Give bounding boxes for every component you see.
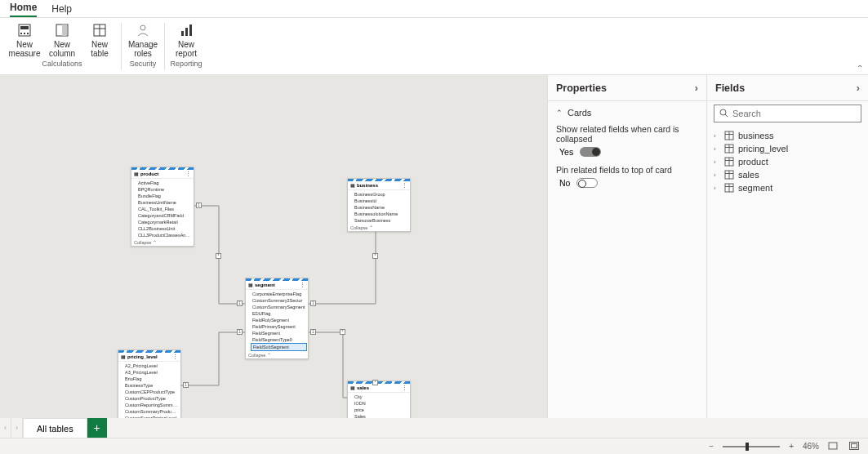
- status-bar: − + 46%: [0, 438, 868, 454]
- field-item[interactable]: BundleFlag: [138, 193, 191, 199]
- table-icon: [92, 21, 107, 39]
- zoom-slider[interactable]: [723, 446, 780, 447]
- tab-nav-prev[interactable]: ‹: [0, 418, 11, 438]
- collapse-pane-icon[interactable]: ›: [857, 82, 860, 94]
- chevron-right-icon: ›: [714, 185, 720, 192]
- pin-related-value: No: [559, 178, 570, 188]
- field-item[interactable]: CustomSummarySegment: [252, 304, 305, 310]
- zoom-in-button[interactable]: +: [786, 442, 796, 451]
- pin-related-toggle[interactable]: [576, 178, 598, 188]
- show-related-toggle[interactable]: [580, 147, 601, 157]
- table-icon: [724, 157, 734, 167]
- fullscreen-button[interactable]: [847, 442, 861, 452]
- field-item[interactable]: CAL_Toolkit_Files: [138, 206, 191, 212]
- field-item[interactable]: A2_PricingLevel: [125, 363, 178, 369]
- model-canvas[interactable]: ▦ product ⋮ ActiveFlag BPQRuntime Bundle…: [0, 75, 547, 418]
- field-item[interactable]: CustomSummary2Sector: [252, 297, 305, 304]
- table-card-segment[interactable]: ▦ segment ⋮ CorporateEnterpriseFlag Cust…: [245, 278, 309, 359]
- table-name: pricing_level: [127, 354, 171, 359]
- card-more-icon[interactable]: ⋮: [172, 354, 178, 360]
- field-item[interactable]: CustomCEPProductType: [125, 389, 178, 395]
- field-item[interactable]: CustomReportingSummaryPurc...: [125, 402, 178, 408]
- fields-table-pricing-level[interactable]: › pricing_level: [712, 142, 863, 155]
- field-item[interactable]: CategoryandCRMField: [138, 212, 191, 219]
- table-icon: ▦: [248, 283, 253, 287]
- field-item[interactable]: CLL3ProductClassesAndServices: [138, 232, 191, 238]
- svg-point-14: [720, 109, 726, 115]
- field-item[interactable]: BusinessGroup: [354, 191, 407, 198]
- table-icon: ▦: [350, 183, 355, 188]
- field-item[interactable]: ActiveFlag: [138, 180, 191, 186]
- collapse-card-button[interactable]: Collapse: [348, 225, 410, 231]
- tab-home[interactable]: Home: [10, 2, 37, 17]
- new-column-button[interactable]: New column: [46, 20, 78, 58]
- ribbon-collapse-button[interactable]: ⌃: [857, 64, 863, 73]
- table-card-business[interactable]: ▦ business ⋮ BusinessGroup BusinessId Bu…: [347, 178, 411, 232]
- svg-rect-12: [185, 28, 188, 36]
- card-more-icon[interactable]: ⋮: [185, 171, 191, 177]
- fields-table-sales[interactable]: › sales: [712, 168, 863, 181]
- card-more-icon[interactable]: ⋮: [300, 282, 305, 288]
- tab-nav-next[interactable]: ›: [11, 418, 23, 438]
- field-item[interactable]: BrioFlag: [125, 376, 178, 382]
- fields-search-input[interactable]: [732, 109, 856, 118]
- field-item[interactable]: Sales: [354, 413, 407, 418]
- collapse-pane-icon[interactable]: ›: [695, 82, 698, 94]
- fields-table-label: business: [738, 131, 773, 140]
- field-item[interactable]: CustomSuperPricingLevel: [125, 415, 178, 418]
- menu-tabs: Home Help: [0, 0, 868, 18]
- cardinality-marker: 1: [310, 300, 316, 306]
- table-card-sales[interactable]: ▦ sales ⋮ City IODN price Sales time Col…: [347, 381, 411, 418]
- field-item[interactable]: CustomSummaryProductType: [125, 408, 178, 415]
- field-item[interactable]: FieldRolySegment: [252, 317, 305, 323]
- fields-table-list: › business › pricing_level › product › s…: [707, 126, 868, 198]
- field-item[interactable]: FieldPrimarySegment: [252, 323, 305, 330]
- fields-search-box[interactable]: [714, 105, 861, 122]
- field-item[interactable]: BusinessType: [125, 382, 178, 389]
- collapse-card-button[interactable]: Collapse: [246, 352, 308, 358]
- field-item[interactable]: CategorymarkRetail: [138, 219, 191, 225]
- new-table-button[interactable]: New table: [83, 20, 116, 58]
- fit-to-page-button[interactable]: [826, 442, 840, 452]
- table-icon: ▦: [134, 171, 139, 176]
- field-item[interactable]: CLL2BusinessUnit: [138, 225, 191, 232]
- field-item[interactable]: BPQRuntime: [138, 186, 191, 193]
- fields-table-product[interactable]: › product: [712, 155, 863, 168]
- field-item[interactable]: BusinessolutionName: [354, 211, 407, 217]
- field-item[interactable]: BusinessName: [354, 204, 407, 211]
- field-item[interactable]: City: [354, 394, 407, 400]
- field-item[interactable]: EDUFlag: [252, 310, 305, 317]
- diagram-tab-all-tables[interactable]: All tables: [23, 418, 87, 438]
- table-card-pricing-level[interactable]: ▦ pricing_level ⋮ A2_PricingLevel A3_Pri…: [118, 349, 181, 418]
- new-measure-button[interactable]: New measure: [8, 20, 41, 58]
- field-list: A2_PricingLevel A3_PricingLevel BrioFlag…: [118, 362, 180, 418]
- fields-table-segment[interactable]: › segment: [712, 181, 863, 194]
- field-item[interactable]: CustomProductType: [125, 395, 178, 402]
- field-item[interactable]: A3_PricingLevel: [125, 369, 178, 376]
- new-report-button[interactable]: New report: [170, 20, 203, 58]
- field-item[interactable]: SamovarBusiness: [354, 217, 407, 224]
- field-item[interactable]: BusinessId: [354, 198, 407, 204]
- fields-header: Fields ›: [707, 75, 868, 101]
- field-item[interactable]: CorporateEnterpriseFlag: [252, 291, 305, 297]
- add-diagram-tab-button[interactable]: +: [87, 418, 107, 438]
- table-icon: [724, 144, 734, 154]
- manage-roles-button[interactable]: Manage roles: [127, 20, 159, 58]
- tab-help[interactable]: Help: [51, 3, 72, 17]
- cardinality-marker: 1: [237, 329, 243, 335]
- properties-title: Properties: [556, 82, 607, 94]
- card-more-icon[interactable]: ⋮: [402, 385, 407, 391]
- field-item[interactable]: FieldSegment: [252, 330, 305, 336]
- card-more-icon[interactable]: ⋮: [402, 182, 407, 189]
- field-item-selected[interactable]: FieldSubSegment: [251, 343, 307, 351]
- field-item[interactable]: price: [354, 407, 407, 413]
- svg-rect-11: [181, 31, 184, 36]
- collapse-card-button[interactable]: Collapse: [131, 239, 194, 246]
- fields-table-business[interactable]: › business: [712, 129, 863, 142]
- table-card-product[interactable]: ▦ product ⋮ ActiveFlag BPQRuntime Bundle…: [131, 167, 194, 247]
- field-item[interactable]: BusinessUnitName: [138, 199, 191, 206]
- field-item[interactable]: IODN: [354, 400, 407, 407]
- field-item[interactable]: FieldSegmentType0: [252, 336, 305, 343]
- zoom-out-button[interactable]: −: [706, 442, 716, 451]
- section-cards-header[interactable]: ⌃ Cards: [548, 101, 706, 121]
